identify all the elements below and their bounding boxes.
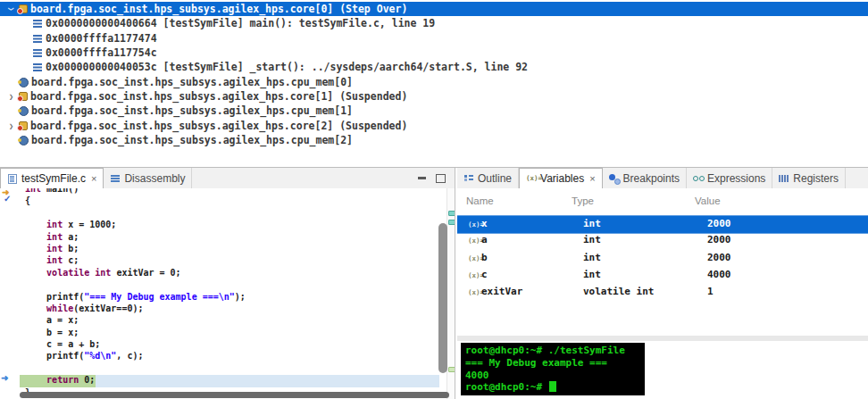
code-line: int x = 1000;	[20, 220, 439, 231]
editor-view: testSymFile.c×Disassembly int main(){ in…	[0, 168, 455, 399]
variable-name: a	[481, 234, 488, 245]
debug-tree-row[interactable]: 0x0000ffffa1177474	[0, 31, 868, 46]
variable-row[interactable]: (x)=xint2000	[457, 215, 868, 234]
stack-frame-icon	[32, 47, 44, 58]
variable-value: 2000	[707, 234, 731, 245]
chevron-down-icon[interactable]: ❯	[5, 4, 17, 13]
variable-row[interactable]: (x)=cint4000	[457, 267, 868, 284]
core-icon	[17, 91, 29, 102]
close-icon[interactable]: ×	[589, 173, 595, 184]
code-editor[interactable]: int main(){ int x = 1000; int a; int b; …	[0, 188, 455, 399]
variables-panel-body: NameTypeValue (x)=xint2000(x)=aint2000(x…	[457, 188, 868, 399]
debugger-window: ❯board.fpga.soc_inst.hps_subsys.agilex_h…	[0, 0, 868, 399]
code-line: int b;	[20, 244, 439, 255]
debug-tree: ❯board.fpga.soc_inst.hps_subsys.agilex_h…	[0, 2, 868, 147]
debug-tree-row[interactable]: board.fpga.soc_inst.hps_subsys.agilex_hp…	[0, 74, 868, 88]
tab-label: Variables	[540, 172, 584, 185]
editor-tabbar: testSymFile.c×Disassembly	[0, 168, 455, 189]
debug-tree-row-label: board.fpga.soc_inst.hps_subsys.agilex_hp…	[31, 134, 353, 146]
variables-icon: (x)=	[526, 173, 537, 184]
panel-sash[interactable]	[457, 336, 868, 341]
variable-name: c	[481, 269, 488, 280]
debug-tree-row[interactable]: 0x0000ffffa117754c	[0, 46, 868, 60]
debug-tree-row-label: board.fpga.soc_inst.hps_subsys.agilex_hp…	[30, 3, 407, 15]
debug-tree-row[interactable]: 0x000000000040053c [testSymFile] _start(…	[0, 60, 868, 74]
overview-ruler[interactable]	[447, 188, 455, 399]
outline-icon	[463, 173, 474, 184]
maximize-icon[interactable]	[435, 173, 446, 184]
debug-view: ❯board.fpga.soc_inst.hps_subsys.agilex_h…	[0, 0, 868, 168]
tab-disassembly[interactable]: Disassembly	[104, 168, 192, 188]
stack-frame-icon	[32, 18, 44, 29]
debug-tree-row[interactable]: 0x0000000000400664 [testSymFile] main():…	[0, 16, 868, 30]
close-icon[interactable]: ×	[91, 173, 96, 184]
debug-tree-row-label: 0x0000ffffa1177474	[46, 32, 157, 45]
memory-icon	[18, 135, 29, 145]
variables-table-header: NameTypeValue	[457, 195, 868, 210]
tab-label: Breakpoints	[623, 172, 680, 185]
tab-expressions[interactable]: Expressions	[687, 168, 772, 188]
editor-vertical-scrollbar[interactable]	[438, 223, 447, 373]
tab-outline[interactable]: Outline	[457, 168, 519, 188]
expressions-icon	[693, 173, 704, 184]
code-line: a = x;	[20, 315, 439, 327]
editor-window-buttons	[416, 168, 455, 188]
variable-row[interactable]: (x)=aint2000	[457, 232, 868, 249]
tab-label: Disassembly	[124, 172, 185, 185]
variable-value: 2000	[707, 218, 731, 229]
tab-label: Registers	[793, 172, 839, 185]
debug-tree-row[interactable]: board.fpga.soc_inst.hps_subsys.agilex_hp…	[0, 133, 868, 147]
terminal-line: root@dhcp0:~#	[465, 381, 640, 394]
debug-tree-row[interactable]: board.fpga.soc_inst.hps_subsys.agilex_hp…	[0, 104, 868, 118]
variable-value: 2000	[707, 252, 731, 263]
variable-row[interactable]: (x)=exitVarvolatile int1	[457, 284, 868, 301]
code-line: printf("=== My Debug example ===\n");	[20, 292, 439, 303]
debug-tree-row-label: 0x000000000040053c [testSymFile] _start(…	[46, 61, 528, 73]
code-line: volatile int exitVar = 0;	[20, 268, 439, 279]
code-line: c = a + b;	[20, 339, 439, 351]
current-line-arrow-icon: ➜	[1, 374, 8, 383]
variable-type: volatile int	[583, 286, 654, 297]
editor-tabs: testSymFile.c×Disassembly	[0, 168, 192, 188]
debug-tree-row-label: 0x0000000000400664 [testSymFile] main():…	[46, 17, 435, 29]
variable-row[interactable]: (x)=bint2000	[457, 250, 868, 267]
debug-tree-row-label: board.fpga.soc_inst.hps_subsys.agilex_hp…	[30, 120, 407, 132]
tab-registers[interactable]: Registers	[772, 168, 846, 188]
disassembly-icon	[110, 173, 121, 184]
variable-name: exitVar	[481, 286, 522, 297]
tab-testsymfile-c[interactable]: testSymFile.c×	[0, 168, 104, 188]
terminal-line: 4000	[465, 370, 640, 382]
code-lines: int main(){ int x = 1000; int a; int b; …	[20, 188, 439, 399]
code-line: int main()	[20, 188, 439, 195]
variable-value: 1	[707, 286, 714, 297]
debug-tree-row[interactable]: ❯board.fpga.soc_inst.hps_subsys.agilex_h…	[0, 118, 868, 132]
check-marker-icon: ✓	[4, 195, 11, 204]
right-tabbar: Outline(x)=Variables×BreakpointsExpressi…	[457, 168, 868, 189]
code-line: printf("%d\n", c);	[20, 351, 439, 362]
terminal-output: root@dhcp0:~# ./testSymFile=== My Debug …	[465, 345, 640, 394]
chevron-right-icon[interactable]: ❯	[5, 121, 17, 130]
tab-label: Expressions	[707, 172, 765, 185]
debug-tree-row-label: board.fpga.soc_inst.hps_subsys.agilex_hp…	[31, 76, 353, 88]
debug-tree-row-label: board.fpga.soc_inst.hps_subsys.agilex_hp…	[31, 104, 353, 117]
registers-icon	[779, 173, 789, 184]
terminal-window[interactable]: root@dhcp0:~# ./testSymFile=== My Debug …	[461, 343, 645, 395]
variable-type: int	[583, 269, 601, 280]
editor-horizontal-scrollbar[interactable]	[20, 392, 449, 398]
memory-icon	[18, 77, 29, 87]
code-line	[20, 208, 439, 220]
variable-type: int	[583, 252, 601, 263]
tab-variables[interactable]: (x)=Variables×	[519, 168, 603, 188]
chevron-right-icon[interactable]: ❯	[5, 92, 17, 101]
overview-mark-icon	[448, 367, 455, 372]
debug-tree-row[interactable]: ❯board.fpga.soc_inst.hps_subsys.agilex_h…	[0, 2, 868, 16]
editor-gutter[interactable]: ➜ ✓ ➜	[0, 188, 20, 399]
tab-breakpoints[interactable]: Breakpoints	[603, 168, 687, 188]
column-header-type: Type	[572, 195, 594, 206]
debug-tree-row[interactable]: ❯board.fpga.soc_inst.hps_subsys.agilex_h…	[0, 89, 868, 104]
minimize-icon[interactable]	[416, 173, 427, 184]
variable-type: int	[583, 234, 601, 245]
terminal-line: root@dhcp0:~# ./testSymFile	[465, 345, 640, 357]
code-line	[20, 279, 439, 291]
variables-view: Outline(x)=Variables×BreakpointsExpressi…	[457, 168, 868, 399]
